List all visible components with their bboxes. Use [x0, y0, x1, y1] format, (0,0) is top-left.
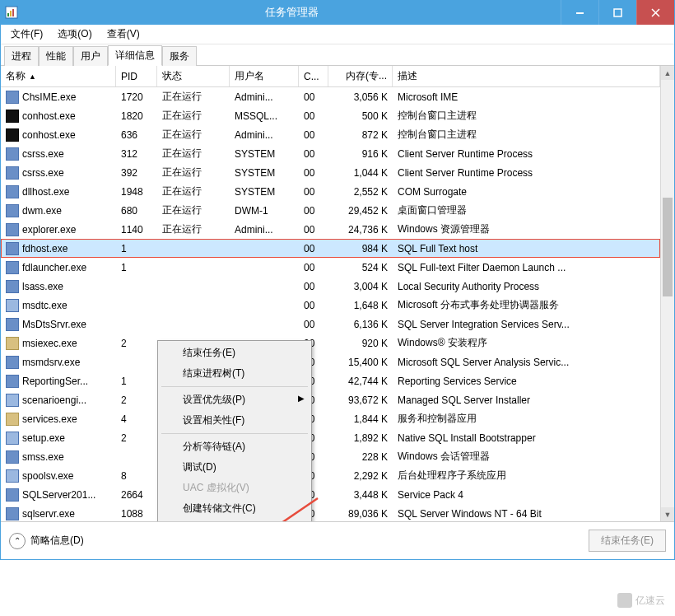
table-row[interactable]: ReportingSer...10042,744 KReporting Serv…: [1, 371, 660, 390]
svg-rect-1: [7, 13, 9, 16]
process-icon: [6, 166, 19, 180]
process-mem: 24,736 K: [328, 222, 393, 238]
process-mem: 3,004 K: [328, 278, 393, 295]
menu-file[interactable]: 文件(F): [4, 26, 49, 43]
process-mem: 1,648 K: [328, 297, 393, 314]
context-item[interactable]: 调试(D): [160, 457, 310, 478]
process-user: DWM-1: [230, 203, 299, 219]
process-pid: 2: [116, 335, 157, 352]
process-icon: [6, 356, 19, 369]
table-row[interactable]: smss.exe00228 KWindows 会话管理器: [1, 447, 660, 466]
process-desc: SQL Server Integration Services Serv...: [393, 316, 660, 333]
process-name: conhost.exe: [22, 129, 76, 141]
process-icon: [6, 299, 19, 312]
vertical-scrollbar[interactable]: ▲ ▼: [660, 66, 674, 521]
col-name[interactable]: 名称▲: [1, 66, 116, 86]
process-desc: 控制台窗口主进程: [393, 106, 660, 125]
context-item[interactable]: 结束进程树(T): [160, 363, 310, 384]
menu-view[interactable]: 查看(V): [100, 26, 147, 43]
context-item[interactable]: 设置优先级(P)▶: [160, 390, 310, 410]
process-user: Admini...: [230, 89, 299, 105]
col-cpu[interactable]: C...: [299, 66, 328, 86]
process-mem: 228 K: [328, 449, 393, 465]
table-row[interactable]: SQLServer201...2664正在运行Admini...003,448 …: [1, 485, 660, 504]
table-row[interactable]: csrss.exe312正在运行SYSTEM00916 KClient Serv…: [1, 144, 660, 163]
table-row[interactable]: ChsIME.exe1720正在运行Admini...003,056 KMicr…: [1, 87, 660, 106]
table-row[interactable]: services.exe4001,844 K服务和控制器应用: [1, 409, 660, 428]
tab-services[interactable]: 服务: [162, 46, 197, 66]
minimize-button[interactable]: [561, 0, 598, 25]
end-task-button[interactable]: 结束任务(E): [589, 530, 666, 552]
col-user[interactable]: 用户名: [230, 66, 299, 86]
table-row[interactable]: msiexec.exe200920 KWindows® 安装程序: [1, 334, 660, 352]
process-state: 正在运行: [157, 106, 230, 125]
context-item[interactable]: 结束任务(E): [160, 343, 310, 363]
table-row[interactable]: sqlservr.exe1088正在运行MSSQL0089,036 KSQL S…: [1, 504, 660, 521]
process-cpu: 00: [299, 278, 328, 295]
process-state: 正在运行: [157, 87, 230, 106]
process-name: explorer.exe: [22, 224, 76, 236]
table-row[interactable]: conhost.exe1820正在运行MSSQL...00500 K控制台窗口主…: [1, 106, 660, 125]
svg-rect-5: [614, 9, 621, 16]
process-mem: 1,044 K: [328, 165, 393, 181]
process-pid: 1948: [116, 184, 157, 200]
table-row[interactable]: spoolsv.exe8002,292 K后台处理程序子系统应用: [1, 466, 660, 485]
process-mem: 3,448 K: [328, 487, 393, 503]
table-row[interactable]: fdlauncher.exe100524 KSQL Full-text Filt…: [1, 258, 660, 277]
table-row[interactable]: scenarioengi...20093,672 KManaged SQL Se…: [1, 390, 660, 409]
window-title: 任务管理器: [22, 0, 561, 25]
table-rows: ChsIME.exe1720正在运行Admini...003,056 KMicr…: [1, 87, 660, 521]
context-item[interactable]: 分析等待链(A): [160, 436, 310, 457]
table-row[interactable]: dllhost.exe1948正在运行SYSTEM002,552 KCOM Su…: [1, 182, 660, 201]
table-row[interactable]: explorer.exe1140正在运行Admini...0024,736 KW…: [1, 220, 660, 239]
titlebar[interactable]: 任务管理器: [1, 0, 674, 25]
col-state[interactable]: 状态: [157, 66, 230, 86]
chevron-up-icon: ⌃: [9, 533, 26, 549]
app-icon: [1, 0, 22, 25]
close-button[interactable]: [636, 0, 674, 25]
table-row[interactable]: MsDtsSrvr.exe006,136 KSQL Server Integra…: [1, 315, 660, 334]
table-row[interactable]: setup.exe2001,892 KNative SQL Install Bo…: [1, 428, 660, 447]
process-name: csrss.exe: [22, 167, 64, 179]
context-menu[interactable]: 结束任务(E)结束进程树(T)设置优先级(P)▶设置相关性(F)分析等待链(A)…: [157, 340, 312, 521]
scroll-down-icon[interactable]: ▼: [661, 507, 674, 521]
process-desc: SQL Full-text Filter Daemon Launch ...: [393, 259, 660, 276]
table-header: 名称▲ PID 状态 用户名 C... 内存(专... 描述: [1, 66, 660, 87]
tab-users[interactable]: 用户: [73, 46, 108, 66]
table-row[interactable]: fdhost.exe100984 KSQL Full Text host: [1, 239, 660, 258]
scroll-up-icon[interactable]: ▲: [661, 66, 674, 80]
process-pid: 636: [116, 127, 157, 143]
process-state: [157, 322, 230, 327]
maximize-button[interactable]: [598, 0, 636, 25]
process-name: fdhost.exe: [22, 243, 68, 254]
tab-details[interactable]: 详细信息: [108, 45, 162, 66]
tab-processes[interactable]: 进程: [4, 46, 39, 66]
process-user: [230, 303, 299, 308]
context-item[interactable]: 创建转储文件(C): [160, 498, 310, 519]
process-pid: 1: [116, 259, 157, 276]
table-row[interactable]: lsass.exe003,004 KLocal Security Authori…: [1, 277, 660, 296]
col-pid[interactable]: PID: [116, 66, 157, 86]
process-name: msiexec.exe: [22, 338, 77, 349]
col-desc[interactable]: 描述: [393, 66, 660, 86]
col-mem[interactable]: 内存(专...: [328, 66, 393, 86]
table-row[interactable]: msmdsrv.exe0015,400 KMicrosoft SQL Serve…: [1, 352, 660, 371]
process-icon: [6, 280, 19, 293]
process-state: 正在运行: [157, 220, 230, 239]
process-pid: [116, 360, 157, 365]
scroll-thumb[interactable]: [663, 198, 673, 296]
process-state: 正在运行: [157, 125, 230, 144]
table-row[interactable]: msdtc.exe001,648 KMicrosoft 分布式事务处理协调器服务: [1, 296, 660, 315]
fewer-details-button[interactable]: ⌃ 简略信息(D): [9, 533, 84, 549]
process-name: sqlservr.exe: [22, 508, 75, 520]
table-row[interactable]: dwm.exe680正在运行DWM-10029,452 K桌面窗口管理器: [1, 201, 660, 220]
process-mem: 524 K: [328, 259, 393, 276]
tab-performance[interactable]: 性能: [39, 46, 73, 66]
table-row[interactable]: conhost.exe636正在运行Admini...00872 K控制台窗口主…: [1, 125, 660, 144]
process-name: conhost.exe: [22, 110, 76, 122]
process-icon: [6, 394, 19, 407]
context-item[interactable]: 设置相关性(F): [160, 410, 310, 431]
process-cpu: 00: [299, 165, 328, 181]
menu-options[interactable]: 选项(O): [51, 26, 98, 43]
table-row[interactable]: csrss.exe392正在运行SYSTEM001,044 KClient Se…: [1, 163, 660, 182]
